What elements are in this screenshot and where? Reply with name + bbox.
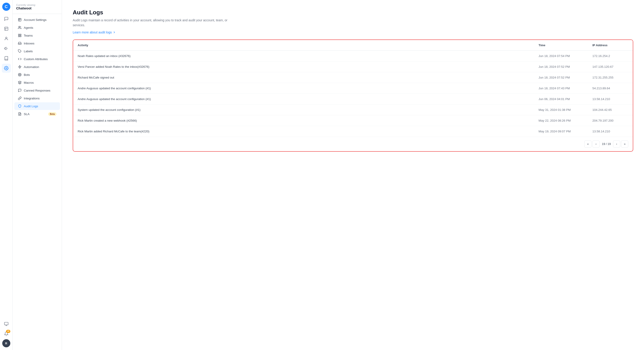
sidebar: Currently viewing: Chatwoot Account Sett… <box>12 0 62 350</box>
users-icon <box>18 26 22 30</box>
time-cell: Jun 06, 2024 04:01 PM <box>534 94 588 104</box>
table-row: Noah Rales updated an inbox (#32676) Jun… <box>73 50 633 61</box>
ip-cell: 13.58.14.210 <box>588 94 633 104</box>
sidebar-item-custom-attributes[interactable]: Custom Attributes <box>14 55 60 63</box>
sidebar-item-label: Teams <box>24 34 56 37</box>
svg-rect-13 <box>18 74 21 76</box>
chevron-right-icon <box>113 31 116 34</box>
svg-marker-23 <box>18 81 21 82</box>
sidebar-item-label: Audit Logs <box>24 104 56 108</box>
sidebar-item-macros[interactable]: Macros <box>14 79 60 86</box>
svg-rect-9 <box>18 36 20 37</box>
svg-rect-14 <box>19 74 20 75</box>
first-page-button[interactable]: « <box>584 140 592 148</box>
sidebar-item-canned-responses[interactable]: Canned Responses <box>14 86 60 94</box>
shield-icon <box>18 104 22 108</box>
table-row: System updated the account configuration… <box>73 104 633 115</box>
ip-cell: 54.213.89.64 <box>588 83 633 94</box>
nav-icon-conversations[interactable] <box>2 14 11 23</box>
next-page-button[interactable]: › <box>613 140 620 148</box>
svg-rect-0 <box>4 27 8 30</box>
table-row: Andre Augusus updated the account config… <box>73 94 633 104</box>
sidebar-item-label: Bots <box>24 73 56 76</box>
tag-icon <box>18 49 22 53</box>
pagination: « ‹ 19 / 19 › » <box>73 137 633 151</box>
sidebar-item-label: SLA <box>24 112 46 116</box>
cpu-icon <box>18 73 22 76</box>
nav-icon-contacts[interactable] <box>2 34 11 43</box>
nav-icon-settings[interactable] <box>2 64 11 73</box>
svg-point-3 <box>6 68 7 69</box>
last-page-button[interactable]: » <box>621 140 628 148</box>
activity-cell: Rick Martin added Richard McCafe to the … <box>73 126 534 137</box>
nav-icon-campaigns[interactable] <box>2 44 11 53</box>
table-row: Andre Augusus updated the account config… <box>73 83 633 94</box>
table-row: Rick Martin created a new webhook (#2566… <box>73 115 633 126</box>
time-cell: May 22, 2024 08:26 PM <box>534 115 588 126</box>
ip-cell: 172.31.255.255 <box>588 72 633 83</box>
user-avatar[interactable]: R <box>2 339 10 347</box>
sidebar-nav: Account Settings Agents Teams Inboxes La… <box>12 14 62 120</box>
sidebar-item-labels[interactable]: Labels <box>14 47 60 55</box>
sidebar-item-label: Custom Attributes <box>24 58 56 61</box>
time-cell: Jun 18, 2024 07:54 PM <box>534 50 588 61</box>
audit-table: Activity Time IP Address Noah Rales upda… <box>73 40 633 137</box>
svg-rect-5 <box>18 18 21 21</box>
sidebar-item-integrations[interactable]: Integrations <box>14 94 60 102</box>
sidebar-item-label: Agents <box>24 26 56 30</box>
sidebar-item-label: Account Settings <box>24 18 56 22</box>
sidebar-item-label: Integrations <box>24 97 56 100</box>
activity-cell: Rick Martin created a new webhook (#2566… <box>73 115 534 126</box>
sidebar-item-automation[interactable]: Automation <box>14 63 60 71</box>
ip-cell: 104.244.42.65 <box>588 104 633 115</box>
building-icon <box>18 18 22 22</box>
app-logo[interactable]: C <box>2 3 10 11</box>
link-icon <box>18 96 22 100</box>
sidebar-item-agents[interactable]: Agents <box>14 24 60 32</box>
page-description: Audit Logs maintain a record of activiti… <box>73 18 230 28</box>
icon-bar: C 28 R <box>0 0 12 350</box>
svg-point-6 <box>18 26 20 27</box>
sidebar-item-label: Canned Responses <box>24 89 56 92</box>
sidebar-item-audit-logs[interactable]: Audit Logs <box>14 102 60 110</box>
svg-rect-7 <box>18 34 20 35</box>
workspace-name: Chatwoot <box>16 6 58 10</box>
sidebar-item-sla[interactable]: SLA Beta <box>14 110 60 118</box>
sidebar-item-bots[interactable]: Bots <box>14 71 60 78</box>
inbox-icon <box>18 42 22 45</box>
learn-more-link[interactable]: Learn more about audit logs <box>73 30 116 34</box>
sidebar-item-label: Automation <box>24 65 56 69</box>
sidebar-item-account-settings[interactable]: Account Settings <box>14 16 60 24</box>
file-text-icon <box>18 112 22 116</box>
svg-marker-12 <box>18 65 21 68</box>
main-content: Audit Logs Audit Logs maintain a record … <box>62 0 644 350</box>
activity-cell: Versi Pancer added Noah Rales to the inb… <box>73 61 534 72</box>
column-header-activity: Activity <box>73 40 534 51</box>
code-icon <box>18 57 22 61</box>
prev-page-button[interactable]: ‹ <box>592 140 600 148</box>
sidebar-item-inboxes[interactable]: Inboxes <box>14 40 60 47</box>
ip-cell: 172.16.254.2 <box>588 50 633 61</box>
table-row: Versi Pancer added Noah Rales to the inb… <box>73 61 633 72</box>
sidebar-item-label: Macros <box>24 81 56 84</box>
nav-icon-library[interactable] <box>2 54 11 63</box>
message-square-icon <box>18 88 22 92</box>
activity-cell: Andre Augusus updated the account config… <box>73 83 534 94</box>
svg-point-1 <box>6 37 7 38</box>
time-cell: May 19, 2024 09:07 PM <box>534 126 588 137</box>
layers-icon <box>18 81 22 84</box>
ip-cell: 204.79.197.200 <box>588 115 633 126</box>
nav-icon-reports[interactable] <box>2 24 11 33</box>
table-row: Richard McCafe signed out Jun 18, 2024 0… <box>73 72 633 83</box>
sidebar-item-label: Inboxes <box>24 42 56 45</box>
nav-icon-monitor[interactable] <box>2 320 11 328</box>
sidebar-item-teams[interactable]: Teams <box>14 32 60 39</box>
activity-cell: Noah Rales updated an inbox (#32676) <box>73 50 534 61</box>
nav-icon-notifications[interactable]: 28 <box>2 329 11 338</box>
time-cell: May 31, 2024 01:38 PM <box>534 104 588 115</box>
column-header-ip: IP Address <box>588 40 633 51</box>
activity-cell: Richard McCafe signed out <box>73 72 534 83</box>
svg-rect-4 <box>4 322 8 325</box>
svg-marker-2 <box>4 47 6 50</box>
ip-cell: 147.135.120.67 <box>588 61 633 72</box>
